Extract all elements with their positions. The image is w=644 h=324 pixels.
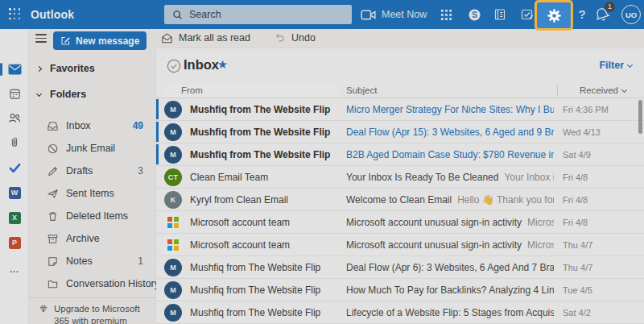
folder-label: Notes (66, 255, 93, 267)
help-button[interactable]: ? (575, 0, 589, 28)
open-envelope-icon (161, 32, 173, 44)
folder-item-archive[interactable]: Archive (29, 227, 151, 250)
message-row[interactable]: M Mushfiq from The Website Flip Deal Flo… (156, 121, 644, 143)
compose-icon (60, 35, 71, 46)
message-sender: Mushfiq from The Website Flip (190, 104, 336, 115)
select-all-circle-check-icon[interactable] (167, 59, 181, 77)
sender-avatar[interactable]: M (164, 123, 182, 141)
calendar-rail-icon[interactable] (0, 84, 29, 103)
mark-all-label: Mark all as read (179, 32, 250, 44)
list-scrollbar-thumb[interactable] (638, 100, 642, 134)
filter-label: Filter (599, 60, 624, 71)
new-message-button[interactable]: New message (53, 31, 147, 50)
settings-gear-button[interactable] (535, 0, 573, 31)
onenote-feed-icon[interactable] (490, 0, 510, 29)
collapse-pane-hamburger-icon[interactable] (35, 34, 47, 43)
meet-now-button[interactable]: Meet Now (382, 0, 427, 29)
folder-unread-count: 49 (133, 120, 143, 131)
folder-item-drafts[interactable]: Drafts 3 (29, 160, 151, 182)
folder-item-sent[interactable]: Sent Items (29, 182, 151, 205)
column-divider (557, 85, 558, 96)
people-rail-icon[interactable] (0, 108, 29, 127)
message-sender: Microsoft account team (190, 239, 336, 251)
microsoft-logo-icon[interactable] (164, 236, 182, 254)
column-header-subject[interactable]: Subject (346, 85, 377, 95)
folder-item-conversation-history[interactable]: Conversation History (29, 272, 151, 295)
filter-button[interactable]: Filter (599, 60, 632, 71)
to-do-rail-icon[interactable] (0, 158, 29, 177)
message-row[interactable]: M Mushfiq from The Website Flip B2B Aged… (156, 143, 644, 166)
message-received: Fri 4/8 (563, 172, 631, 182)
folder-item-deleted[interactable]: Deleted Items (29, 205, 151, 227)
top-app-bar: Outlook Meet Now S ? 1 (0, 0, 644, 29)
message-row[interactable]: CT Clean Email Team Your Inbox Is Ready … (156, 166, 644, 189)
more-apps-icon[interactable]: ... (0, 260, 29, 279)
mark-all-as-read-button[interactable]: Mark all as read (161, 29, 250, 47)
message-row[interactable]: M Mushfiq from The Website Flip How Much… (156, 279, 644, 301)
attachments-rail-icon[interactable] (0, 132, 29, 152)
message-subject: B2B Aged Domain Case Study: $780 Revenue… (346, 149, 554, 160)
diamond-icon (39, 304, 48, 314)
list-title: Inbox (184, 57, 219, 73)
favorites-section-toggle[interactable]: Favorites (37, 63, 95, 74)
message-received: Sat 4/2 (563, 308, 631, 318)
account-avatar[interactable]: UO (621, 5, 641, 24)
list-header: Inbox ★ Filter (156, 48, 644, 84)
powerpoint-rail-icon[interactable]: P (0, 233, 29, 252)
message-received: Fri 4:36 PM (563, 105, 631, 114)
sender-avatar[interactable]: M (164, 259, 182, 276)
app-title: Outlook (31, 0, 74, 29)
sent-items-icon (47, 188, 59, 200)
mail-rail-icon[interactable] (0, 60, 29, 79)
word-rail-icon[interactable]: W (0, 183, 29, 202)
folder-icon (47, 278, 59, 290)
message-subject: Deal Flow (Apr 6): 3 Websites, 6 Aged An… (346, 262, 554, 273)
folder-label: Conversation History (66, 278, 159, 289)
folders-label: Folders (50, 89, 86, 100)
new-message-label: New message (76, 35, 139, 47)
message-row[interactable]: M Mushfiq from The Website Flip Deal Flo… (156, 256, 644, 279)
sender-avatar[interactable]: CT (164, 168, 182, 186)
sender-avatar[interactable]: M (164, 281, 182, 299)
sender-avatar[interactable]: M (164, 146, 182, 164)
search-bar[interactable] (164, 5, 352, 24)
message-subject: Your Inbox Is Ready To Be CleanedYour In… (346, 172, 554, 183)
folder-item-notes[interactable]: Notes 1 (29, 250, 151, 272)
search-icon (172, 10, 183, 20)
folder-count: 1 (138, 255, 143, 267)
sender-avatar[interactable]: M (164, 304, 182, 322)
column-header-received[interactable]: Received (580, 85, 626, 95)
unread-indicator (156, 122, 159, 142)
sender-avatar[interactable]: K (164, 191, 182, 209)
apps-grid-icon[interactable] (436, 0, 456, 29)
microsoft-logo-icon[interactable] (164, 214, 182, 231)
favorite-star-icon[interactable]: ★ (217, 58, 228, 71)
message-row[interactable]: M Mushfiq from The Website Flip Lifecycl… (156, 301, 644, 324)
junk-email-icon (47, 143, 59, 155)
skype-icon[interactable]: S (464, 0, 484, 29)
app-launcher-waffle-icon[interactable] (9, 8, 21, 20)
message-list-panel: Inbox ★ Filter From Subject Received M M… (156, 48, 644, 324)
message-row[interactable]: Microsoft account team Microsoft account… (156, 211, 644, 234)
column-header-from[interactable]: From (181, 85, 203, 95)
notification-count-badge: 1 (605, 2, 615, 12)
meet-now-video-icon[interactable] (357, 0, 378, 29)
excel-rail-icon[interactable]: X (0, 208, 29, 227)
folder-item-junk[interactable]: Junk Email (29, 137, 151, 160)
upgrade-text: Upgrade to Microsoft 365 with premium Ou… (54, 303, 150, 324)
message-subject: Micro Merger Strategy For Niche Sites: W… (346, 104, 554, 115)
folder-item-inbox[interactable]: Inbox 49 (29, 114, 151, 137)
inbox-icon (47, 120, 59, 132)
message-subject: How Much To Pay for Backlinks? Analyzing… (346, 285, 554, 296)
message-row[interactable]: Microsoft account team Microsoft account… (156, 234, 644, 256)
message-received: Sat 4/9 (563, 150, 631, 160)
message-row[interactable]: K Kyryl from Clean Email Welcome to Clea… (156, 189, 644, 211)
upgrade-promo[interactable]: Upgrade to Microsoft 365 with premium Ou… (29, 297, 156, 324)
excel-tile: X (9, 212, 21, 224)
folder-label: Deleted Items (66, 210, 128, 222)
undo-button[interactable]: Undo (274, 29, 316, 47)
sender-avatar[interactable]: M (164, 101, 182, 118)
search-input[interactable] (189, 9, 326, 20)
folders-section-toggle[interactable]: Folders (37, 89, 86, 100)
message-row[interactable]: M Mushfiq from The Website Flip Micro Me… (156, 98, 644, 121)
